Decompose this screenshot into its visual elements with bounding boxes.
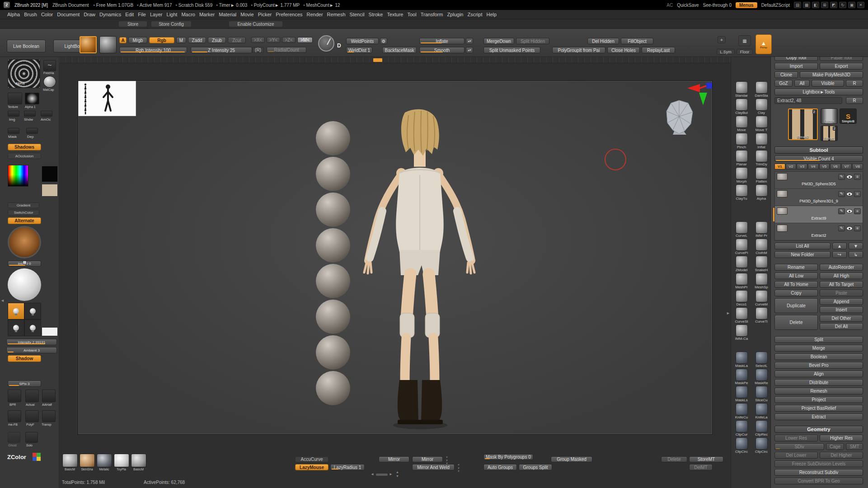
delmt-button[interactable]: DelMT xyxy=(689,464,713,470)
amoc-thumb[interactable] xyxy=(41,111,52,117)
brush-item[interactable]: ClayBui xyxy=(732,99,751,116)
brush-item[interactable]: Deco1 xyxy=(732,290,751,307)
brush-item[interactable]: MaskLs xyxy=(732,386,751,403)
eye-icon[interactable] xyxy=(846,209,853,213)
convert-bpr-button[interactable]: Convert BPR To Geo xyxy=(774,478,863,484)
sdiv-slider[interactable]: SDiv xyxy=(774,443,824,450)
material-item[interactable]: BasicM xyxy=(131,454,146,471)
accucurve-button[interactable]: AccuCurve xyxy=(295,456,328,462)
move-out-folder-icon[interactable]: ↳ xyxy=(849,251,863,258)
menu-item[interactable]: Light xyxy=(167,12,178,17)
inflate-slider[interactable]: Inflate xyxy=(419,38,464,44)
view-tab[interactable]: V6 xyxy=(830,164,841,169)
brush-item[interactable]: TrimDy xyxy=(752,150,770,167)
tool-thumbnail-simplebrush[interactable]: S SimpleB xyxy=(840,108,857,124)
paint-icon[interactable]: ✎ xyxy=(838,174,845,180)
alpha-slot-button[interactable]: A xyxy=(119,37,127,43)
menu-item[interactable]: Document xyxy=(57,12,80,17)
view-tab[interactable]: V3 xyxy=(797,164,807,169)
subtool-op-button[interactable]: Bevel Pro xyxy=(774,362,863,369)
texture-thumb[interactable] xyxy=(8,93,22,104)
geometry-section-header[interactable]: Geometry xyxy=(774,426,863,433)
brush-item[interactable]: ZModel xyxy=(732,256,751,273)
goz-visible-button[interactable]: Visible xyxy=(812,80,844,87)
enable-customize-button[interactable]: Enable Customize xyxy=(229,21,283,27)
rgb-button[interactable]: Rgb xyxy=(149,37,174,43)
mirror-and-weld-button[interactable]: Mirror And Weld xyxy=(412,464,455,470)
brush-item[interactable]: ClothM xyxy=(752,239,770,256)
quicksave-button[interactable]: QuickSave xyxy=(677,3,699,8)
menu-item[interactable]: Zplugin xyxy=(447,12,463,17)
shadow-button[interactable]: Shadow xyxy=(8,355,41,362)
brush-item[interactable]: ClipCirc xyxy=(732,437,751,455)
view-tab[interactable]: V4 xyxy=(808,164,819,169)
material-item[interactable]: BasicM xyxy=(62,454,78,471)
all-to-target-button[interactable]: All To Target xyxy=(820,281,863,288)
brush-item[interactable]: MaskPe xyxy=(732,369,751,386)
menu-icon[interactable]: ≡ xyxy=(854,208,861,214)
scroll-right-icon[interactable]: ► xyxy=(389,472,393,476)
move-to-folder-icon[interactable]: ↪ xyxy=(832,251,847,258)
subtool-op-button[interactable]: Distribute xyxy=(774,379,863,386)
color-picker[interactable] xyxy=(8,165,28,187)
menu-item[interactable]: Macro xyxy=(181,12,195,17)
panel-collapse-arrow-left[interactable]: ◄ xyxy=(0,298,5,303)
brush-item[interactable]: ClipCirc xyxy=(752,437,770,455)
titlebar-icon[interactable]: ↻ xyxy=(839,2,846,8)
brush-item[interactable]: MaskRe xyxy=(752,369,770,386)
menu-item[interactable]: Material xyxy=(219,12,236,17)
smooth-spinner[interactable]: ▴▾ xyxy=(466,47,473,53)
paint-icon[interactable]: ✎ xyxy=(838,225,845,231)
clone-button[interactable]: Clone xyxy=(774,71,798,78)
subtool-item[interactable]: ✎ ≡ Extract9 xyxy=(775,206,863,223)
persp-button[interactable]: ▲Persp xyxy=(755,34,772,54)
paint-icon[interactable]: ✎ xyxy=(838,191,845,197)
aocclusion-button[interactable]: AOcclusion xyxy=(8,153,41,159)
imbed-slider-knob[interactable] xyxy=(23,261,27,265)
brush-item[interactable]: Alpha xyxy=(752,184,770,202)
menu-item[interactable]: File xyxy=(138,12,146,17)
view-tab[interactable]: V1 xyxy=(774,164,785,169)
reconstruct-subdiv-button[interactable]: Reconstruct Subdiv xyxy=(774,469,863,476)
titlebar-icon[interactable]: ◩ xyxy=(830,2,837,8)
subtool-op-button[interactable]: Project xyxy=(774,396,863,403)
titlebar-icon[interactable]: ⊞ xyxy=(821,2,828,8)
rgb-intensity-slider[interactable]: Rgb Intensity 100 xyxy=(119,47,187,53)
brush-item[interactable]: SnakeH xyxy=(752,256,770,273)
import-button[interactable]: Import xyxy=(774,63,818,70)
subtool-op-button[interactable]: Align xyxy=(774,371,863,377)
scroll-up-icon[interactable]: ▲ xyxy=(396,470,399,474)
auto-groups-button[interactable]: Auto Groups xyxy=(483,464,517,470)
material-item[interactable]: Metalic xyxy=(96,454,112,471)
floor-grid-icon[interactable]: ▦ xyxy=(738,35,751,46)
mask-thumb[interactable] xyxy=(8,128,19,134)
all-to-home-button[interactable]: All To Home xyxy=(774,281,818,288)
see-through-slider[interactable]: See-through 0 xyxy=(703,3,732,8)
scroll-down-icon[interactable]: ▼ xyxy=(396,474,399,478)
brush-item[interactable]: CurvePi xyxy=(732,239,751,256)
menu-item[interactable]: Movie xyxy=(240,12,253,17)
menu-item[interactable]: Preferences xyxy=(276,12,302,17)
brush-item[interactable]: CurveTi xyxy=(752,307,770,324)
subtool-thumbnail[interactable] xyxy=(777,207,788,215)
subtool-op-button[interactable]: Merge xyxy=(774,345,863,352)
split-unmasked-points-button[interactable]: Split Unmasked Points xyxy=(483,47,540,53)
shdw-thumb[interactable] xyxy=(24,111,36,117)
brush-item[interactable]: ClipCur xyxy=(732,420,751,437)
del-higher-button[interactable]: Del Higher xyxy=(820,452,863,459)
zcolor-button[interactable]: ZColor xyxy=(7,454,26,460)
polyf-thumb[interactable] xyxy=(25,410,39,422)
bpr-thumb[interactable] xyxy=(8,389,21,402)
alpha1-thumb[interactable] xyxy=(25,93,39,104)
smooth-slider[interactable]: Smooth xyxy=(419,47,464,53)
append-button[interactable]: Append xyxy=(820,298,863,305)
material-preview-sphere[interactable] xyxy=(8,268,41,301)
subtool-op-button[interactable]: Remesh xyxy=(774,388,863,394)
menu-item[interactable]: Transform xyxy=(421,12,443,17)
aahalf-thumb[interactable] xyxy=(42,389,56,402)
menu-icon[interactable]: ≡ xyxy=(854,225,861,231)
lsym-button[interactable]: L.Sym xyxy=(717,49,735,55)
brush-item[interactable]: Planar xyxy=(732,150,751,167)
del-all-button[interactable]: Del All xyxy=(820,323,863,330)
subtool-item[interactable]: ✎ ≡ PM3D_Sphere3D1_9 xyxy=(775,189,863,206)
